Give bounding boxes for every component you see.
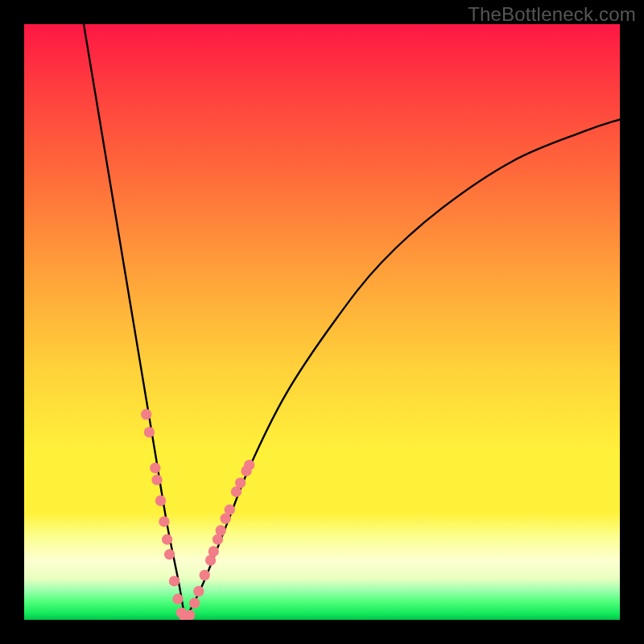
marker-dot [200,570,210,580]
marker-dot [189,598,200,609]
marker-dot [225,504,235,514]
marker-dot [150,463,160,473]
marker-dot [172,593,183,604]
marker-dot [162,534,172,544]
marker-dot [144,427,155,437]
plot-area [24,24,620,620]
marker-dot [151,474,162,485]
curve-right [185,119,620,620]
marker-dot [216,525,226,535]
marker-dot [155,495,166,506]
marker-dot [208,546,219,556]
chart-svg [24,24,620,620]
marker-dot [141,409,151,419]
watermark-text: TheBottleneck.com [468,3,636,26]
marker-dot [169,576,180,586]
marker-dot [164,549,175,559]
marker-dots [141,409,254,620]
marker-dot [193,586,204,597]
curve-left [84,24,185,620]
chart-frame: TheBottleneck.com [0,0,644,644]
marker-dot [159,516,169,526]
marker-dot [244,460,254,470]
marker-dot [235,477,246,488]
